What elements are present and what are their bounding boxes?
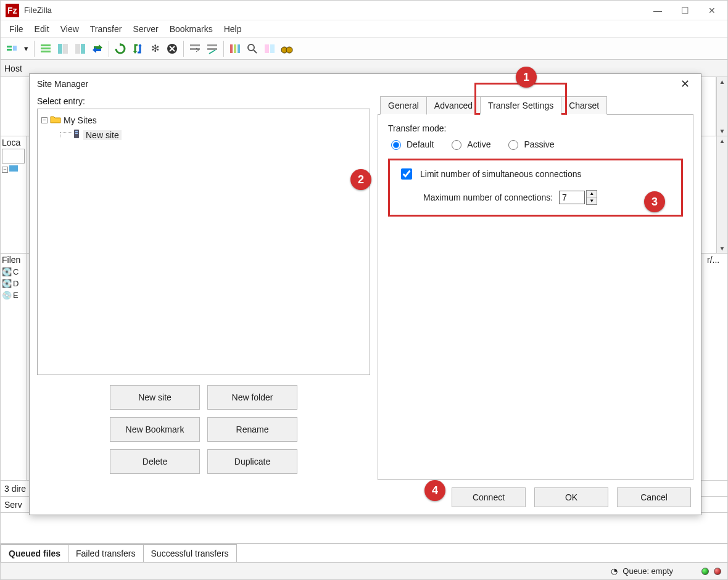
radio-default-input[interactable] (391, 140, 401, 150)
menu-server[interactable]: Server (128, 20, 163, 38)
dialog-footer: 4 Connect OK Cancel (30, 480, 701, 515)
site-manager-dialog: Site Manager ✕ Select entry: − My Sites (29, 73, 701, 515)
radio-passive[interactable]: Passive (505, 138, 554, 150)
dialog-header: Site Manager ✕ (30, 74, 701, 94)
tab-general[interactable]: General (380, 96, 427, 115)
local-label: Loca (2, 138, 25, 147)
tab-charset[interactable]: Charset (561, 96, 607, 115)
cancel-icon[interactable] (164, 41, 180, 57)
max-connections-input[interactable] (559, 191, 585, 204)
local-path-dropdown[interactable] (2, 149, 25, 164)
menu-help[interactable]: Help (219, 20, 247, 38)
toolbar: ▾ ✻ (1, 38, 727, 60)
remote-file-list[interactable]: r/... (703, 254, 727, 480)
radio-active[interactable]: Active (449, 138, 490, 150)
refresh-icon[interactable] (112, 41, 128, 57)
tab-failed-transfers[interactable]: Failed transfers (68, 544, 143, 562)
svg-text:Fz: Fz (7, 6, 17, 15)
svg-rect-6 (41, 48, 51, 49)
transfer-queue-pane (1, 513, 727, 544)
sync-browsing-icon[interactable] (89, 41, 105, 57)
compare-icon[interactable] (262, 41, 278, 57)
limit-connections-label: Limit number of simultaneous connections (420, 169, 581, 179)
dialog-close-button[interactable]: ✕ (677, 77, 693, 91)
toolbar-separator (183, 41, 184, 57)
search-icon[interactable] (244, 41, 260, 57)
callout-box-2: Limit number of simultaneous connections… (388, 159, 683, 217)
toggle-local-tree-icon[interactable] (55, 41, 71, 57)
file-row[interactable]: E (13, 291, 19, 300)
radio-active-input[interactable] (452, 140, 461, 150)
ok-button[interactable]: OK (534, 487, 608, 507)
queue-tabs: Queued files Failed transfers Successful… (1, 544, 727, 562)
tab-transfer-settings[interactable]: Transfer Settings (480, 96, 561, 115)
max-connections-spinner[interactable]: ▲ ▼ (559, 190, 597, 205)
menu-transfer[interactable]: Transfer (85, 20, 127, 38)
settings-icon[interactable]: ✻ (147, 41, 163, 57)
svg-rect-7 (41, 51, 51, 52)
toggle-log-icon[interactable] (38, 41, 54, 57)
scrollbar[interactable]: ▲▼ (716, 136, 727, 253)
new-site-button[interactable]: New site (110, 385, 200, 410)
menu-bookmarks[interactable]: Bookmarks (165, 20, 218, 38)
svg-rect-5 (41, 44, 51, 46)
svg-rect-2 (7, 46, 12, 48)
radio-default[interactable]: Default (388, 138, 434, 150)
folder-icon (50, 115, 61, 125)
binoculars-icon[interactable] (279, 41, 295, 57)
svg-rect-11 (81, 44, 85, 54)
svg-rect-3 (7, 49, 12, 51)
spinner-down[interactable]: ▼ (587, 197, 597, 204)
svg-rect-30 (75, 131, 78, 132)
drive-icon (9, 165, 18, 174)
sitemanager-icon[interactable] (4, 41, 20, 57)
spinner-up[interactable]: ▲ (587, 191, 597, 197)
tab-successful-transfers[interactable]: Successful transfers (143, 544, 237, 562)
tree-collapse-icon[interactable]: − (2, 167, 8, 173)
dropdown-arrow-icon[interactable]: ▾ (21, 41, 31, 57)
svg-rect-21 (238, 44, 240, 53)
rename-button[interactable]: Rename (207, 417, 297, 442)
tree-site-label[interactable]: New site (83, 130, 122, 140)
svg-rect-25 (270, 44, 275, 53)
menu-edit[interactable]: Edit (30, 20, 54, 38)
tab-queued-files[interactable]: Queued files (1, 544, 68, 562)
transfer-mode-label: Transfer mode: (388, 123, 683, 133)
cancel-button[interactable]: Cancel (617, 487, 691, 507)
toggle-remote-tree-icon[interactable] (72, 41, 88, 57)
host-label: Host (4, 64, 22, 73)
settings-tabbar: General Advanced Transfer Settings Chars… (378, 96, 693, 115)
maximize-button[interactable]: ☐ (679, 6, 690, 15)
tree-root-label[interactable]: My Sites (64, 115, 97, 125)
file-row[interactable]: D (13, 279, 19, 288)
callout-badge-1: 1 (516, 67, 537, 88)
local-tree-pane[interactable]: Loca − (1, 136, 27, 253)
menubar: File Edit View Transfer Server Bookmarks… (1, 20, 727, 38)
menu-view[interactable]: View (56, 20, 84, 38)
local-file-list[interactable]: Filen 💽 C 💽 D 💿 E (1, 254, 27, 480)
minimize-button[interactable]: — (652, 6, 663, 15)
new-folder-button[interactable]: New folder (207, 385, 297, 410)
filters-icon[interactable] (227, 41, 243, 57)
new-bookmark-button[interactable]: New Bookmark (110, 417, 200, 442)
svg-marker-13 (138, 44, 142, 46)
tree-collapse-icon[interactable]: − (41, 117, 48, 123)
duplicate-button[interactable]: Duplicate (207, 449, 297, 474)
tab-advanced[interactable]: Advanced (426, 96, 481, 115)
file-row[interactable]: C (13, 267, 19, 276)
svg-rect-17 (207, 44, 217, 46)
limit-connections-checkbox[interactable] (401, 168, 412, 180)
delete-button[interactable]: Delete (110, 449, 200, 474)
svg-point-27 (286, 47, 292, 53)
svg-rect-28 (9, 165, 18, 172)
menu-file[interactable]: File (4, 20, 28, 38)
process-queue-icon[interactable] (130, 41, 146, 57)
scrollbar[interactable]: ▲▼ (716, 77, 727, 136)
close-button[interactable]: ✕ (706, 6, 718, 15)
connect-button[interactable]: Connect (452, 487, 526, 507)
entry-tree[interactable]: − My Sites New site (37, 109, 370, 375)
radio-passive-input[interactable] (508, 140, 518, 150)
reconnect-icon[interactable] (187, 41, 203, 57)
svg-rect-20 (234, 44, 236, 53)
disconnect-icon[interactable] (204, 41, 220, 57)
